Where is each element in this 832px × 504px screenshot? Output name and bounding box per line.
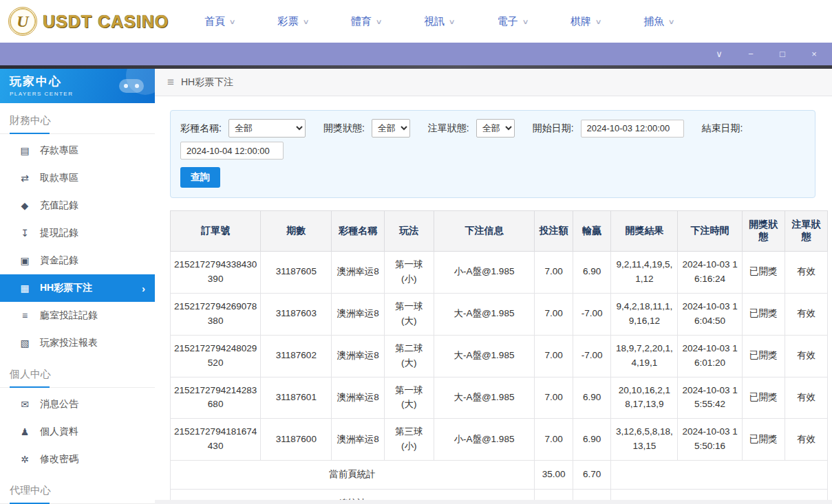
cell-order-number: 2152172794269078380 bbox=[171, 293, 261, 335]
list-icon: ≡ bbox=[19, 310, 31, 321]
sidebar-item-player-bet-report[interactable]: ▧ 玩家投注報表 bbox=[0, 329, 155, 357]
cell-bet-info: 大-A盤@1.985 bbox=[434, 377, 534, 419]
order-status-select[interactable]: 全部 bbox=[476, 119, 515, 138]
collapse-icon[interactable]: ∨ bbox=[714, 49, 725, 59]
sidebar-item-label: HH彩票下注 bbox=[40, 282, 92, 294]
header-bet-info: 下注信息 bbox=[434, 211, 534, 252]
sidebar-item-recharge-records[interactable]: ◆ 充值記錄 bbox=[0, 192, 155, 219]
content-area: 玩家中心 PLAYERS CENTER 財務中心 ▤ 存款專區 ⇄ 取款專區 ◆… bbox=[0, 65, 832, 504]
nav-item-board-games[interactable]: 棋牌 ∨ bbox=[570, 15, 601, 28]
sidebar-item-withdraw[interactable]: ⇄ 取款專區 bbox=[0, 164, 155, 192]
cell-order-number: 2152172794248029520 bbox=[171, 335, 261, 377]
maximize-icon[interactable]: □ bbox=[777, 49, 788, 59]
sidebar-item-label: 廳室投註記錄 bbox=[40, 309, 98, 322]
header-period: 期數 bbox=[261, 211, 332, 252]
page-summary-row: 當前頁統計 35.00 6.70 bbox=[171, 461, 828, 490]
header-win-loss: 輸贏 bbox=[573, 211, 611, 252]
cell-win-loss: 6.90 bbox=[573, 419, 611, 461]
table-row: 2152172794248029520 31187602 澳洲幸运8 第二球(大… bbox=[171, 335, 828, 377]
sidebar-item-profile[interactable]: ♟ 個人資料 bbox=[0, 418, 155, 446]
minimize-icon[interactable]: − bbox=[745, 49, 756, 59]
cell-draw-result: 18,9,7,2,20,1,4,19,1 bbox=[611, 335, 678, 377]
lottery-name-select[interactable]: 全部 bbox=[228, 119, 306, 138]
close-icon[interactable]: × bbox=[809, 49, 820, 59]
cell-order-number: 2152172794338430390 bbox=[171, 252, 261, 294]
search-button[interactable]: 查詢 bbox=[180, 167, 220, 188]
announcement-icon: ✉ bbox=[19, 399, 31, 410]
cell-period: 31187602 bbox=[261, 335, 332, 377]
cell-order-status: 有效 bbox=[785, 293, 827, 335]
cell-draw-status: 已開獎 bbox=[742, 419, 785, 461]
end-date-input[interactable] bbox=[180, 142, 284, 160]
hamburger-menu-icon[interactable]: ≡ bbox=[167, 76, 174, 89]
draw-status-select[interactable]: 全部 bbox=[372, 119, 410, 138]
start-date-input[interactable] bbox=[581, 120, 684, 138]
start-date-label: 開始日期: bbox=[533, 122, 574, 135]
cell-play-type: 第三球(小) bbox=[384, 419, 434, 461]
section-finance-center: 財務中心 bbox=[0, 114, 155, 134]
nav-label: 視訊 bbox=[424, 15, 445, 28]
sidebar-item-change-password[interactable]: ✲ 修改密碼 bbox=[0, 446, 155, 473]
nav-label: 首頁 bbox=[204, 15, 225, 28]
sidebar-item-hh-lottery-bets[interactable]: ▦ HH彩票下注 › bbox=[0, 274, 155, 302]
gear-icon: ✲ bbox=[19, 454, 31, 465]
lottery-ticket-icon: ▦ bbox=[19, 283, 31, 294]
cell-bet-time: 2024-10-03 15:50:16 bbox=[678, 419, 742, 461]
order-status-label: 注單狀態: bbox=[428, 122, 469, 135]
nav-item-slots[interactable]: 電子 ∨ bbox=[498, 15, 528, 28]
chevron-down-icon: ∨ bbox=[302, 18, 309, 25]
cell-order-status: 有效 bbox=[785, 377, 827, 419]
cell-draw-status: 已開獎 bbox=[742, 293, 785, 335]
cashout-icon: ↧ bbox=[19, 228, 31, 239]
bets-table: 訂單號 期數 彩種名稱 玩法 下注信息 投注額 輸贏 開獎結果 下注時間 開獎狀… bbox=[170, 210, 828, 500]
table-row: 2152172794338430390 31187605 澳洲幸运8 第一球(小… bbox=[171, 252, 828, 294]
page-title: HH彩票下注 bbox=[181, 76, 233, 89]
chevron-right-icon: › bbox=[142, 283, 145, 294]
cell-bet-info: 小-A盤@1.985 bbox=[434, 419, 534, 461]
cell-bet-time: 2024-10-03 16:16:24 bbox=[678, 252, 742, 294]
cell-lottery-name: 澳洲幸运8 bbox=[332, 377, 384, 419]
nav-item-lottery[interactable]: 彩票 ∨ bbox=[278, 15, 308, 28]
cell-bet-info: 大-A盤@1.985 bbox=[434, 335, 534, 377]
sidebar-item-funds-records[interactable]: ▣ 資金記錄 bbox=[0, 247, 155, 274]
nav-item-sports[interactable]: 體育 ∨ bbox=[351, 15, 381, 28]
header-bet-amount: 投注額 bbox=[535, 211, 573, 252]
sidebar-item-deposit[interactable]: ▤ 存款專區 bbox=[0, 137, 155, 164]
cell-win-loss: -7.00 bbox=[573, 335, 611, 377]
cell-draw-result: 9,4,2,18,11,1,9,16,12 bbox=[611, 293, 678, 335]
cell-bet-amount: 7.00 bbox=[535, 252, 573, 294]
cell-bet-amount: 7.00 bbox=[535, 335, 573, 377]
sidebar-item-label: 消息公告 bbox=[40, 398, 78, 410]
cell-bet-info: 小-A盤@1.985 bbox=[434, 252, 534, 294]
nav-item-home[interactable]: 首頁 ∨ bbox=[204, 15, 235, 28]
sidebar-item-announcements[interactable]: ✉ 消息公告 bbox=[0, 391, 155, 418]
sidebar-item-cashout-records[interactable]: ↧ 提現記錄 bbox=[0, 219, 155, 247]
sidebar-item-hall-bet-records[interactable]: ≡ 廳室投註記錄 bbox=[0, 302, 155, 329]
cell-play-type: 第二球(大) bbox=[384, 335, 434, 377]
page-summary-label: 當前頁統計 bbox=[171, 461, 535, 490]
nav-label: 體育 bbox=[351, 15, 372, 28]
cell-order-number: 2152172794181674430 bbox=[171, 419, 261, 461]
section-personal-center: 個人中心 bbox=[0, 368, 155, 388]
brand-logo[interactable]: U USDT CASINO bbox=[8, 7, 169, 36]
end-date-label: 結束日期: bbox=[702, 122, 743, 135]
deposit-icon: ▤ bbox=[19, 145, 31, 156]
lottery-name-label: 彩種名稱: bbox=[180, 122, 222, 135]
cell-play-type: 第一球(大) bbox=[384, 293, 434, 335]
horizontal-scrollbar[interactable] bbox=[155, 500, 832, 504]
cell-bet-amount: 7.00 bbox=[535, 377, 573, 419]
chevron-down-icon: ∨ bbox=[449, 18, 456, 25]
cell-order-status: 有效 bbox=[785, 419, 827, 461]
cell-order-number: 2152172794214283680 bbox=[171, 377, 261, 419]
total-summary-row: 總統計 35.00 6.70 bbox=[171, 490, 828, 500]
cell-lottery-name: 澳洲幸运8 bbox=[332, 419, 384, 461]
chevron-down-icon: ∨ bbox=[229, 18, 236, 25]
cell-play-type: 第一球(大) bbox=[384, 377, 434, 419]
nav-item-fishing[interactable]: 捕魚 ∨ bbox=[643, 15, 674, 28]
nav-item-video[interactable]: 視訊 ∨ bbox=[424, 15, 454, 28]
window-title-bar: ∨ − □ × bbox=[0, 43, 832, 65]
main-panel: ≡ HH彩票下注 彩種名稱: 全部 開獎狀態: 全部 bbox=[155, 69, 832, 504]
chevron-down-icon: ∨ bbox=[522, 18, 529, 25]
header-draw-result: 開獎結果 bbox=[611, 211, 678, 252]
breadcrumb: ≡ HH彩票下注 bbox=[155, 69, 832, 96]
